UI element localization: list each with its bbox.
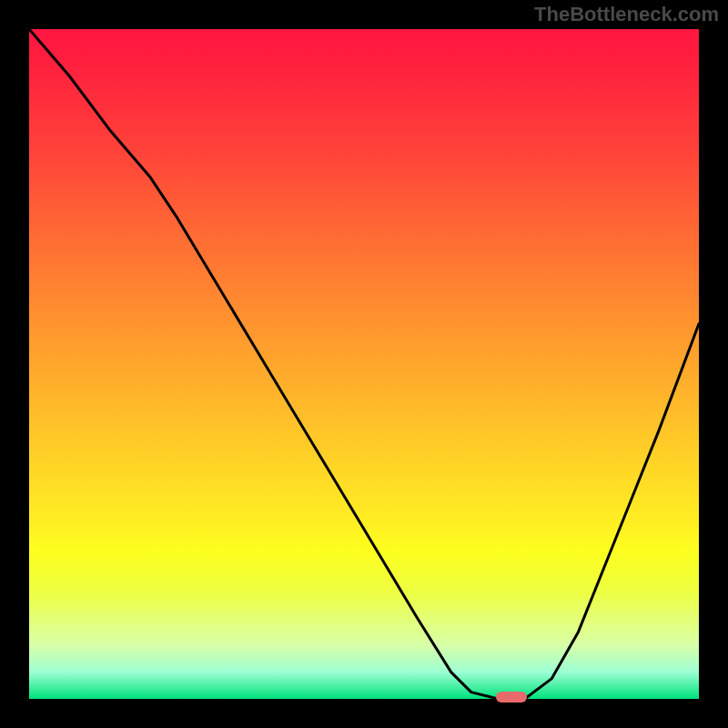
plot-area	[29, 29, 699, 699]
watermark-text: TheBottleneck.com	[534, 3, 719, 26]
chart-frame: TheBottleneck.com	[0, 0, 728, 728]
bottleneck-curve	[29, 29, 699, 699]
optimum-marker	[496, 692, 527, 703]
